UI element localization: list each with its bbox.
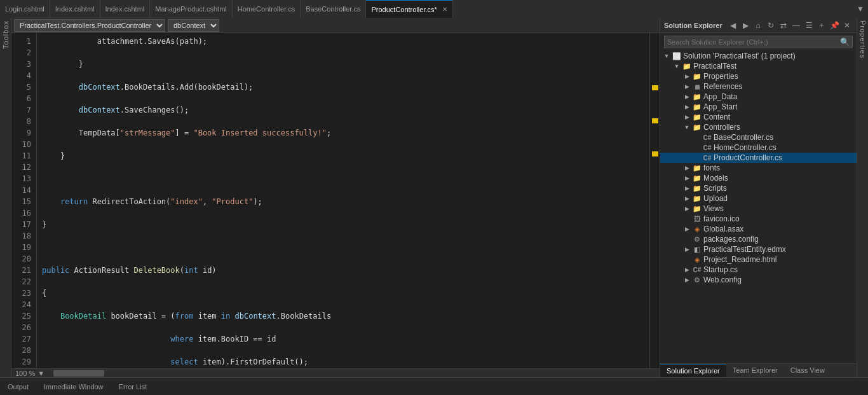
- tree-item-project[interactable]: ▼ 📁 PracticalTest: [660, 61, 857, 71]
- tree-arrow: ▶: [682, 83, 692, 90]
- tree-item-edmx[interactable]: ▶ ◧ PracticalTestEntity.edmx: [660, 244, 857, 254]
- tab-login[interactable]: Login.cshtml: [0, 0, 50, 18]
- toolbox-label: Toolbox: [2, 20, 10, 49]
- se-back-btn[interactable]: ◀: [727, 20, 738, 31]
- tree-item-solution[interactable]: ▼ ⬜ Solution 'PracticalTest' (1 project): [660, 51, 857, 61]
- tree-label: HomeController.cs: [714, 143, 776, 152]
- class-dropdown[interactable]: PracticalTest.Controllers.ProductControl…: [14, 19, 165, 32]
- tree-label: Solution 'PracticalTest' (1 project): [683, 52, 796, 60]
- tree-label: Web.config: [703, 275, 742, 284]
- tab-overflow[interactable]: ▼: [853, 4, 868, 13]
- cs-icon: C#: [692, 265, 702, 274]
- se-bottom-tabs: Solution Explorer Team Explorer Class Vi…: [660, 363, 857, 377]
- se-sync-btn[interactable]: ⇄: [778, 20, 789, 31]
- tree-item-fonts[interactable]: ▶ 📁 fonts: [660, 163, 857, 173]
- config-icon: ⚙: [692, 235, 702, 244]
- tree-arrow: ▶: [682, 185, 692, 191]
- tree-item-packages[interactable]: ⚙ packages.config: [660, 234, 857, 244]
- tree-arrow: ▶: [682, 94, 692, 100]
- tree-item-favicon[interactable]: 🖼 favicon.ico: [660, 214, 857, 224]
- se-title: Solution Explorer: [664, 22, 722, 29]
- main-area: Toolbox PracticalTest.Controllers.Produc…: [0, 18, 868, 377]
- folder-icon: 📁: [692, 102, 702, 111]
- tree-item-views[interactable]: ▶ 📁 Views: [660, 204, 857, 214]
- tree-arrow: ▶: [682, 73, 692, 80]
- se-search-input[interactable]: [665, 37, 837, 47]
- se-collapse-btn[interactable]: —: [790, 20, 802, 31]
- method-dropdown[interactable]: dbContext: [168, 19, 219, 32]
- tab-product[interactable]: ProductController.cs* ✕: [366, 0, 452, 18]
- se-tab-team-explorer[interactable]: Team Explorer: [726, 364, 784, 377]
- tree-label: ProductController.cs: [714, 153, 782, 162]
- folder-icon: 📁: [692, 72, 702, 81]
- tree-arrow: ▶: [682, 165, 692, 171]
- tree-item-webconfig[interactable]: ▶ ⚙ Web.config: [660, 275, 857, 285]
- tab-label: BaseController.cs: [306, 5, 360, 13]
- tree-label: Properties: [703, 72, 738, 81]
- tree-item-references[interactable]: ▶ ◼ References: [660, 81, 857, 92]
- editor-area: PracticalTest.Controllers.ProductControl…: [11, 18, 660, 377]
- tree-label: Upload: [703, 194, 728, 203]
- tab-manage[interactable]: ManageProduct.cshtml: [150, 0, 233, 18]
- tree-item-product-controller[interactable]: C# ProductController.cs: [660, 153, 857, 163]
- tab-label: ManageProduct.cshtml: [155, 5, 227, 13]
- tab-label: Index.cshtml: [55, 5, 95, 13]
- zoom-area: 100 % ▼: [11, 370, 48, 377]
- tree-label: Project_Readme.html: [703, 255, 776, 264]
- tree-item-scripts[interactable]: ▶ 📁 Scripts: [660, 183, 857, 193]
- se-toolbar: ◀ ▶ ⌂ ↻ ⇄ — ☰ + 📌 ✕: [727, 20, 853, 31]
- gutter-mark: [652, 85, 658, 90]
- properties-label: Properties: [859, 20, 867, 59]
- tab-output[interactable]: Output: [0, 380, 36, 393]
- tree-item-global[interactable]: ▶ ◈ Global.asax: [660, 224, 857, 234]
- zoom-level: 100 %: [15, 370, 35, 377]
- folder-icon: 📁: [692, 163, 702, 172]
- tree-arrow: ▼: [682, 124, 692, 130]
- bottom-panel: Output Immediate Window Error List: [0, 377, 868, 395]
- tree-item-startup[interactable]: ▶ C# Startup.cs: [660, 265, 857, 275]
- tree-item-models[interactable]: ▶ 📁 Models: [660, 173, 857, 183]
- tree-item-readme[interactable]: ◈ Project_Readme.html: [660, 254, 857, 265]
- zoom-dropdown-icon[interactable]: ▼: [37, 370, 44, 377]
- tree-item-appstart[interactable]: ▶ 📁 App_Start: [660, 102, 857, 112]
- se-pin-btn[interactable]: 📌: [829, 20, 840, 31]
- tab-immediate-window[interactable]: Immediate Window: [36, 380, 111, 393]
- tab-base[interactable]: BaseController.cs: [301, 0, 366, 18]
- tree-item-properties[interactable]: ▶ 📁 Properties: [660, 71, 857, 81]
- se-new-btn[interactable]: +: [816, 20, 827, 31]
- tree-arrow: ▶: [682, 277, 692, 283]
- folder-icon: 📁: [692, 204, 702, 213]
- tree-item-base-controller[interactable]: C# BaseController.cs: [660, 132, 857, 142]
- tree-item-home-controller[interactable]: C# HomeController.cs: [660, 142, 857, 153]
- tree-item-controllers[interactable]: ▼ 📁 Controllers: [660, 122, 857, 132]
- cs-icon: C#: [702, 153, 712, 162]
- tab-index1[interactable]: Index.cshtml: [50, 0, 100, 18]
- se-tree: ▼ ⬜ Solution 'PracticalTest' (1 project)…: [660, 51, 857, 363]
- se-home-btn[interactable]: ⌂: [752, 20, 764, 31]
- code-editor[interactable]: attachment.SaveAs(path); } dbContext.Boo…: [37, 33, 649, 368]
- tab-home[interactable]: HomeController.cs: [233, 0, 301, 18]
- se-close-btn[interactable]: ✕: [841, 20, 853, 31]
- tree-label: Views: [703, 204, 724, 213]
- folder-icon: 📁: [682, 62, 692, 71]
- horizontal-scrollbar[interactable]: [53, 370, 104, 377]
- tree-arrow: ▶: [682, 205, 692, 212]
- line-numbers: 12345 678910 1112131415 1617181920 21222…: [11, 33, 37, 368]
- tab-index2[interactable]: Index.cshtml: [100, 0, 151, 18]
- tab-close-icon[interactable]: ✕: [442, 6, 447, 13]
- tree-item-appdata[interactable]: ▶ 📁 App_Data: [660, 92, 857, 102]
- se-refresh-btn[interactable]: ↻: [765, 20, 776, 31]
- tree-item-content[interactable]: ▶ 📁 Content: [660, 112, 857, 122]
- bottom-scroll: 100 % ▼: [11, 368, 660, 377]
- tab-error-list[interactable]: Error List: [111, 380, 155, 393]
- se-tab-class-view[interactable]: Class View: [784, 364, 831, 377]
- tab-label: HomeController.cs: [238, 5, 295, 13]
- tree-label: Controllers: [703, 123, 740, 132]
- se-tab-solution-explorer[interactable]: Solution Explorer: [660, 364, 726, 377]
- tree-arrow: ▶: [682, 114, 692, 120]
- se-props-btn[interactable]: ☰: [803, 20, 815, 31]
- tree-arrow: ▶: [682, 195, 692, 202]
- se-forward-btn[interactable]: ▶: [740, 20, 751, 31]
- tree-item-upload[interactable]: ▶ 📁 Upload: [660, 193, 857, 204]
- tree-label: App_Start: [703, 102, 737, 111]
